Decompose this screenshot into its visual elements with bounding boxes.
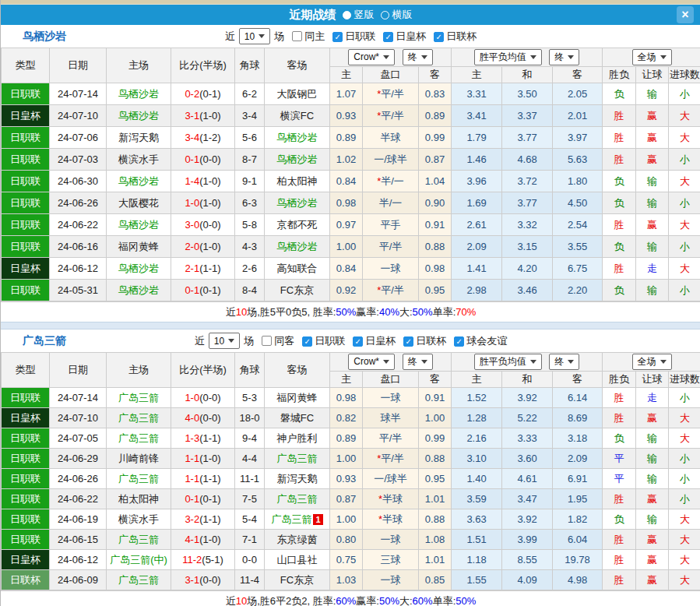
match-row: 日皇杯24-07-10鸟栖沙岩3-1(1-0)3-4横滨FC0.93*平/半0.… (2, 105, 700, 127)
league-filter-label[interactable]: 日皇杯 (365, 335, 396, 347)
scope-select[interactable]: 全场 (632, 354, 672, 370)
goals-result-cell: 大 (669, 530, 700, 550)
avg-away-cell: 8.69 (553, 408, 603, 428)
halftime-score: (0-1) (199, 88, 220, 100)
avg-draw-cell: 3.37 (502, 105, 553, 127)
halftime-score: (0-0) (199, 153, 220, 165)
same-away-label[interactable]: 同客 (274, 334, 294, 348)
match-row: 日皇杯24-06-12鸟栖沙岩2-1(1-1)2-6高知联合0.84一球0.98… (2, 258, 700, 280)
score-cell: 0-1(0-1) (171, 489, 235, 509)
league-type-cell: 日皇杯 (2, 258, 50, 280)
handicap-result-cell: 赢 (636, 105, 669, 127)
wdl-avg-select[interactable]: 胜平负均值 (474, 354, 542, 370)
league-filter-checkbox[interactable]: ✓ (302, 336, 312, 347)
home-team-cell: 广岛三箭 (107, 570, 171, 590)
avg-away-cell: 5.63 (553, 149, 603, 171)
handicap-cell: *平/半 (363, 449, 419, 469)
score-cell: 0-1(0-1) (171, 280, 235, 301)
odds-source-select[interactable]: Crow* (348, 354, 395, 370)
section-divider (1, 322, 700, 329)
corner-cell: 18-0 (235, 408, 265, 428)
handicap-cell: *平/半 (363, 105, 419, 127)
near-label: 近 (195, 334, 205, 348)
col-odds-home: 主 (330, 372, 363, 388)
wdl-result-cell: 负 (603, 236, 636, 258)
same-home-label[interactable]: 同主 (304, 30, 325, 44)
away-team-cell: 新泻天鹅 (265, 469, 330, 489)
corner-cell: 5-4 (235, 509, 265, 530)
away-team-name: 磐城FC (280, 412, 314, 424)
match-count-select[interactable]: 10 (209, 333, 240, 349)
handicap-name: 一/球半 (374, 473, 407, 484)
halftime-score: (1-0) (199, 175, 220, 187)
away-team-name: 广岛三箭 (277, 453, 318, 464)
avg-draw-cell: 3.92 (502, 509, 553, 530)
away-team-name: 广岛三箭 (277, 493, 318, 505)
home-team-name: 川崎前锋 (118, 453, 159, 464)
handicap-name: 半/一 (381, 175, 404, 187)
wdl-final-select[interactable]: 终 (549, 49, 579, 65)
same-away-checkbox[interactable] (262, 336, 272, 346)
chevron-down-icon (421, 55, 427, 59)
league-filter-label[interactable]: 球会友谊 (466, 335, 507, 347)
horizontal-layout-label[interactable]: 横版 (392, 8, 413, 22)
date-cell: 24-05-31 (50, 280, 107, 301)
team1-filter-row: 鸟栖沙岩 近 10 场 同主 ✓日职联✓日皇杯✓日联杯 (1, 25, 700, 48)
odds-final-select[interactable]: 终 (403, 49, 433, 65)
halftime-score: (1-1) (199, 262, 220, 274)
league-filter-label[interactable]: 日皇杯 (396, 30, 426, 42)
odds-final-select[interactable]: 终 (403, 354, 433, 370)
home-team-cell: 广岛三箭 (107, 428, 171, 449)
avg-draw-cell: 3.32 (502, 214, 553, 236)
handicap-name: 平/半 (381, 110, 404, 122)
scope-select[interactable]: 全场 (632, 49, 672, 65)
col-goals: 进球数 (669, 372, 700, 388)
home-team-name: 横滨水手 (118, 513, 159, 525)
summary-part: 70% (456, 306, 476, 318)
close-icon[interactable]: × (677, 6, 694, 23)
home-odds-cell: 0.93 (330, 105, 363, 127)
matches-label: 场 (274, 30, 284, 44)
away-odds-cell: 0.99 (419, 428, 452, 449)
handicap-name: 半球 (381, 132, 401, 143)
wdl-result-cell: 胜 (603, 127, 636, 149)
wdl-final-select[interactable]: 终 (549, 354, 579, 370)
league-type-cell: 日职联 (2, 428, 50, 449)
avg-home-cell: 1.46 (452, 149, 502, 171)
home-team-name: 福冈黄蜂 (118, 241, 159, 252)
league-filter-checkbox[interactable]: ✓ (434, 32, 444, 42)
league-filter-label[interactable]: 日职联 (345, 30, 375, 42)
col-handicap-result: 让球 (636, 67, 669, 83)
vertical-layout-radio[interactable] (343, 11, 351, 19)
scope-group-header: 全场 (603, 353, 700, 372)
date-cell: 24-07-06 (50, 127, 107, 149)
same-home-checkbox[interactable] (292, 31, 302, 41)
league-filter-checkbox[interactable]: ✓ (454, 336, 464, 347)
score-cell: 2-1(1-1) (171, 258, 235, 280)
league-filter-label[interactable]: 日联杯 (446, 30, 477, 42)
league-filter-label[interactable]: 日联杯 (416, 335, 446, 347)
date-cell: 24-07-10 (50, 105, 107, 127)
league-filter-checkbox[interactable]: ✓ (383, 32, 393, 42)
wdl-avg-select[interactable]: 胜平负均值 (474, 49, 542, 65)
home-team-name: 横滨水手 (118, 153, 159, 165)
goals-result-cell: 大 (669, 127, 700, 149)
away-team-cell: FC东京 (265, 280, 330, 301)
avg-draw-cell: 4.68 (502, 149, 553, 171)
league-filter-label[interactable]: 日职联 (315, 335, 345, 347)
vertical-layout-label[interactable]: 竖版 (354, 8, 375, 22)
handicap-name: 平手 (381, 219, 401, 231)
goals-result-cell: 小 (669, 236, 700, 258)
match-count-select[interactable]: 10 (239, 28, 270, 44)
avg-home-cell: 2.61 (452, 214, 502, 236)
home-team-name: 大阪樱花 (118, 197, 159, 209)
wdl-result-cell: 胜 (603, 408, 636, 428)
league-filter-checkbox[interactable]: ✓ (403, 336, 413, 347)
corner-cell: 3-4 (235, 105, 265, 127)
horizontal-layout-radio[interactable] (381, 11, 389, 19)
league-filter-checkbox[interactable]: ✓ (332, 32, 343, 42)
summary-part: 10 (236, 306, 247, 318)
league-filter-checkbox[interactable]: ✓ (353, 336, 363, 347)
odds-source-select[interactable]: Crow* (348, 49, 395, 65)
away-team-cell: 山口县社 (265, 550, 330, 570)
